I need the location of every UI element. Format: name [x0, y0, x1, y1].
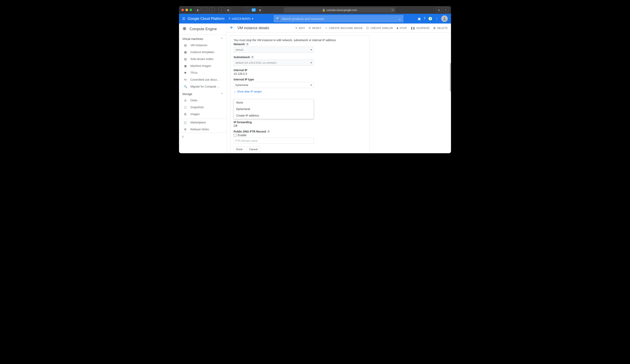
- network-label: Network?: [234, 42, 366, 46]
- collapse-sidebar[interactable]: ‹|: [179, 133, 226, 140]
- notes-icon: 🗎: [184, 128, 187, 131]
- marketplace-icon: 🛒: [184, 121, 187, 124]
- back-arrow-icon[interactable]: [230, 25, 234, 30]
- refresh-icon[interactable]: ↻: [392, 8, 394, 11]
- sidebar-item-images[interactable]: ⊞Images: [179, 111, 226, 118]
- sidebar-item-marketplace[interactable]: 🛒Marketplace: [179, 119, 226, 126]
- search-dropdown-icon[interactable]: ⌄: [398, 17, 401, 21]
- address-bar[interactable]: 🔒 console.cloud.google.com ↻: [284, 7, 395, 12]
- delete-button[interactable]: 🗑DELETE: [433, 26, 448, 30]
- url-text: console.cloud.google.com: [326, 8, 357, 11]
- search-icon: 🔍: [184, 85, 187, 88]
- chevron-down-icon: ▾: [252, 17, 253, 20]
- maximize-window[interactable]: [190, 9, 192, 11]
- edit-button[interactable]: ✎EDIT: [295, 26, 305, 30]
- network-interface-panel: You must stop the VM instance to edit ne…: [230, 35, 370, 153]
- ip-forwarding-label: IP forwarding: [234, 121, 366, 124]
- cancel-button[interactable]: Cancel: [246, 147, 260, 152]
- action-bar: VM instance details ✎EDIT ⟳RESET ＋CREATE…: [226, 23, 451, 33]
- dropdown-option-ephemeral[interactable]: Ephemeral: [234, 106, 314, 112]
- subnetwork-select: default (10.128.0.0/20, us-central1)▾: [234, 60, 314, 66]
- pause-icon: ❚❚: [410, 26, 415, 30]
- help-icon[interactable]: ?: [246, 43, 249, 46]
- internal-ip-value: 10.128.0.3: [234, 72, 366, 75]
- downloads-icon[interactable]: ⊕: [436, 7, 442, 12]
- reset-button[interactable]: ⟳RESET: [309, 26, 321, 30]
- sidebar-item-release-notes[interactable]: 🗎Release Notes: [179, 126, 226, 133]
- search-icon: 🔍: [276, 17, 280, 21]
- sidebar-item-tpus[interactable]: ✱TPUs: [179, 69, 226, 76]
- copy-icon: ⿻: [366, 26, 369, 30]
- help-icon[interactable]: ?: [251, 56, 254, 59]
- ip-type-dropdown: None Ephemeral Create IP address: [234, 99, 314, 119]
- sidebar-section-storage[interactable]: Storage ⌃: [179, 90, 226, 97]
- chevron-up-icon: ⌃: [220, 37, 223, 40]
- internal-ip-type-label: Internal IP type: [234, 78, 366, 81]
- discount-icon: %: [184, 78, 187, 81]
- compute-engine-icon: [182, 26, 187, 32]
- browser-chrome: ◧ ‹ › ＋ ▣ ⋯ ABP ◉ 🔒 console.cloud.google…: [179, 6, 451, 14]
- search-input[interactable]: [274, 15, 404, 22]
- show-alias-ranges-link[interactable]: ⌄ Show alias IP ranges: [234, 90, 366, 93]
- scrollbar[interactable]: [450, 63, 451, 91]
- tab-overview-icon[interactable]: ▣: [225, 7, 231, 12]
- more-menu-icon[interactable]: ⋮: [435, 17, 438, 21]
- create-similar-button[interactable]: ⿻CREATE SIMILAR: [366, 26, 393, 30]
- ptr-domain-input[interactable]: [234, 138, 314, 144]
- close-window[interactable]: [182, 9, 184, 11]
- ip-forwarding-value: Off: [234, 124, 366, 128]
- ptr-enable-checkbox[interactable]: Enable: [234, 134, 366, 137]
- notifications-badge[interactable]: 3: [428, 17, 432, 21]
- cloud-shell-icon[interactable]: ▣: [418, 17, 421, 21]
- sidebar-item-sole-tenant[interactable]: ▥Sole-tenant nodes: [179, 55, 226, 62]
- account-avatar[interactable]: [441, 15, 448, 22]
- minimize-window[interactable]: [186, 9, 188, 11]
- done-button[interactable]: Done: [234, 147, 245, 152]
- dropdown-option-none[interactable]: None: [234, 99, 314, 106]
- sidebar-item-machine-images[interactable]: ▣Machine images: [179, 62, 226, 69]
- dropdown-option-create[interactable]: Create IP address: [234, 112, 314, 119]
- privacy-shield-icon[interactable]: ◉: [257, 7, 263, 12]
- project-icon: ⠿: [228, 17, 230, 20]
- nav-menu-icon[interactable]: ☰: [182, 17, 185, 21]
- images-icon: ⊞: [184, 113, 187, 116]
- sidebar-section-vm[interactable]: Virtual machines ⌃: [179, 35, 226, 42]
- sidebar-item-snapshots[interactable]: ▢Snapshots: [179, 104, 226, 111]
- gcp-logo[interactable]: Google Cloud Platform: [188, 17, 224, 21]
- sidebar: Compute Engine Virtual machines ⌃ ▤VM in…: [179, 23, 226, 153]
- suspend-button[interactable]: ❚❚SUSPEND: [410, 26, 430, 30]
- main-content: VM instance details ✎EDIT ⟳RESET ＋CREATE…: [226, 23, 451, 153]
- power-icon: ⟳: [309, 26, 311, 30]
- stop-icon: ■: [396, 26, 398, 30]
- sidebar-item-vm-instances[interactable]: ▤VM instances: [179, 42, 226, 49]
- sidebar-item-instance-templates[interactable]: ▦Instance templates: [179, 49, 226, 55]
- help-icon[interactable]: ?: [424, 17, 426, 20]
- instance-icon: ▤: [184, 44, 187, 47]
- sidebar-item-committed-use[interactable]: %Committed use discoun…: [179, 76, 226, 83]
- project-picker[interactable]: ⠿ cs3113-fa2021 ▾: [227, 16, 255, 21]
- help-icon[interactable]: ?: [267, 130, 270, 133]
- share-icon[interactable]: ⤴: [443, 7, 448, 12]
- window-controls: [182, 9, 192, 11]
- tpu-icon: ✱: [184, 71, 187, 74]
- plus-icon: ＋: [325, 26, 328, 30]
- project-name: cs3113-fa2021: [232, 17, 251, 20]
- svg-point-0: [444, 17, 445, 19]
- create-machine-image-button[interactable]: ＋CREATE MACHINE IMAGE: [325, 26, 363, 30]
- sidebar-item-disks[interactable]: ◎Disks: [179, 97, 226, 104]
- new-tab-icon[interactable]: ＋: [218, 7, 224, 12]
- sidebar-toggle-icon[interactable]: ◧: [195, 7, 201, 12]
- pencil-icon: ✎: [295, 26, 298, 30]
- stop-button[interactable]: ■STOP: [396, 26, 407, 30]
- adblock-icon[interactable]: ABP: [252, 8, 256, 12]
- gcp-header: ☰ Google Cloud Platform ⠿ cs3113-fa2021 …: [179, 14, 451, 23]
- collapse-icon: ‹|: [182, 135, 184, 138]
- sidebar-item-migrate[interactable]: 🔍Migrate for Compute En…: [179, 83, 226, 90]
- forward-icon[interactable]: ›: [209, 7, 215, 12]
- template-icon: ▦: [184, 50, 187, 54]
- lock-icon: 🔒: [322, 8, 325, 11]
- disk-icon: ◎: [184, 99, 187, 102]
- internal-ip-type-select[interactable]: Ephemeral▾: [234, 82, 314, 88]
- back-icon[interactable]: ‹: [202, 7, 208, 12]
- extension-menu-icon[interactable]: ⋯: [245, 7, 250, 12]
